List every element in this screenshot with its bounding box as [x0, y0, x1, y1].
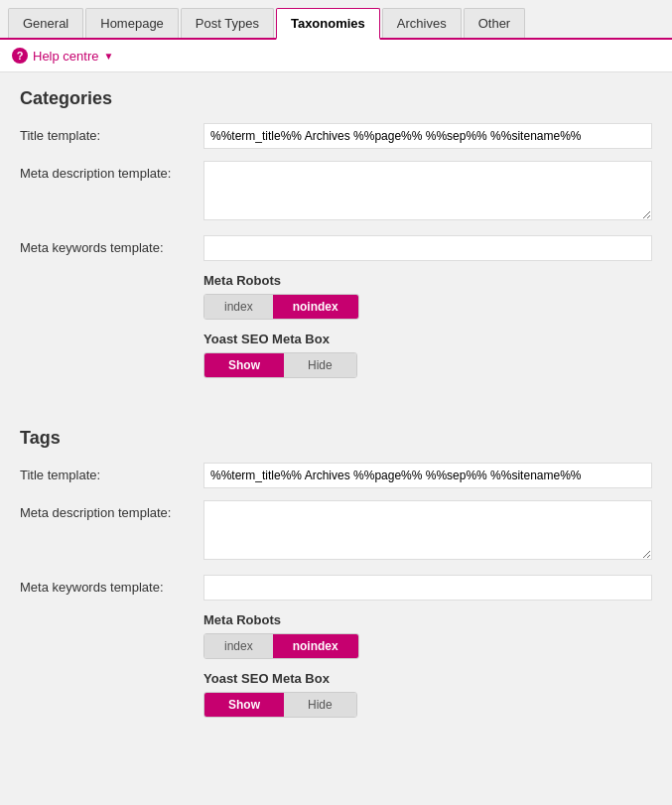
tags-meta-keywords-row: Meta keywords template:	[20, 575, 652, 601]
tags-meta-desc-textarea[interactable]	[203, 500, 652, 560]
tab-other[interactable]: Other	[464, 8, 526, 38]
tab-homepage[interactable]: Homepage	[85, 8, 179, 38]
tags-yoast-toggle: Show Hide	[203, 692, 652, 718]
help-centre-link[interactable]: Help centre	[33, 49, 98, 64]
tab-archives[interactable]: Archives	[382, 8, 462, 38]
tab-general[interactable]: General	[8, 8, 83, 38]
tags-hide-button[interactable]: Hide	[284, 693, 356, 717]
tags-title: Tags	[20, 428, 652, 449]
tags-meta-robots-label: Meta Robots	[203, 612, 652, 627]
categories-section: Categories Title template: Meta descript…	[20, 88, 652, 378]
help-bar: ? Help centre ▼	[0, 40, 672, 72]
tags-show-hide-group: Show Hide	[203, 692, 357, 718]
tags-meta-keywords-control	[203, 575, 652, 601]
categories-index-button[interactable]: index	[204, 295, 273, 319]
categories-yoast-toggle: Show Hide	[203, 352, 652, 378]
categories-hide-button[interactable]: Hide	[284, 353, 356, 377]
categories-robots-group: index noindex	[203, 294, 359, 320]
categories-show-button[interactable]: Show	[204, 353, 284, 377]
section-divider	[20, 408, 652, 428]
tags-section: Tags Title template: Meta description te…	[20, 428, 652, 718]
categories-title-template-input[interactable]	[203, 123, 652, 149]
categories-meta-desc-textarea[interactable]	[203, 161, 652, 220]
categories-meta-desc-control	[203, 161, 652, 223]
categories-meta-robots-label: Meta Robots	[203, 273, 652, 288]
categories-meta-keywords-input[interactable]	[203, 235, 652, 261]
tab-post-types[interactable]: Post Types	[181, 8, 274, 38]
tags-show-button[interactable]: Show	[204, 693, 284, 717]
tags-meta-desc-row: Meta description template:	[20, 500, 652, 563]
categories-title-template-control	[203, 123, 652, 149]
categories-yoast-label: Yoast SEO Meta Box	[203, 332, 652, 346]
categories-title-template-label: Title template:	[20, 123, 203, 143]
tags-title-template-input[interactable]	[203, 463, 652, 488]
help-dropdown-arrow[interactable]: ▼	[103, 51, 113, 62]
categories-meta-desc-label: Meta description template:	[20, 161, 203, 181]
tab-taxonomies[interactable]: Taxonomies	[276, 8, 380, 40]
tags-meta-robots-toggle: index noindex	[203, 633, 652, 659]
tags-noindex-button[interactable]: noindex	[273, 634, 358, 658]
tags-title-template-control	[203, 463, 652, 488]
tags-meta-keywords-input[interactable]	[203, 575, 652, 601]
tags-meta-desc-control	[203, 500, 652, 563]
categories-meta-keywords-label: Meta keywords template:	[20, 235, 203, 255]
tags-meta-desc-label: Meta description template:	[20, 500, 203, 520]
categories-meta-robots-toggle: index noindex	[203, 294, 652, 320]
categories-meta-keywords-row: Meta keywords template:	[20, 235, 652, 261]
tabs-bar: General Homepage Post Types Taxonomies A…	[0, 0, 672, 40]
tags-yoast-label: Yoast SEO Meta Box	[203, 671, 652, 686]
tags-robots-group: index noindex	[203, 633, 359, 659]
categories-meta-keywords-control	[203, 235, 652, 261]
tags-title-template-row: Title template:	[20, 463, 652, 488]
categories-title-template-row: Title template:	[20, 123, 652, 149]
main-content: Categories Title template: Meta descript…	[0, 72, 672, 763]
help-icon: ?	[12, 48, 28, 64]
categories-meta-desc-row: Meta description template:	[20, 161, 652, 223]
categories-show-hide-group: Show Hide	[203, 352, 357, 378]
tags-title-template-label: Title template:	[20, 463, 203, 482]
categories-noindex-button[interactable]: noindex	[273, 295, 358, 319]
categories-title: Categories	[20, 88, 652, 109]
tags-index-button[interactable]: index	[204, 634, 273, 658]
tags-meta-keywords-label: Meta keywords template:	[20, 575, 203, 595]
